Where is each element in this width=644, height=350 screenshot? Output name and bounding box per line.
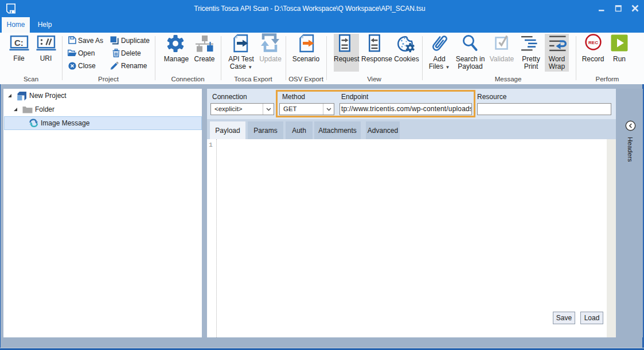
svg-text:REC: REC: [588, 40, 598, 45]
svg-text:C:: C:: [14, 38, 24, 48]
